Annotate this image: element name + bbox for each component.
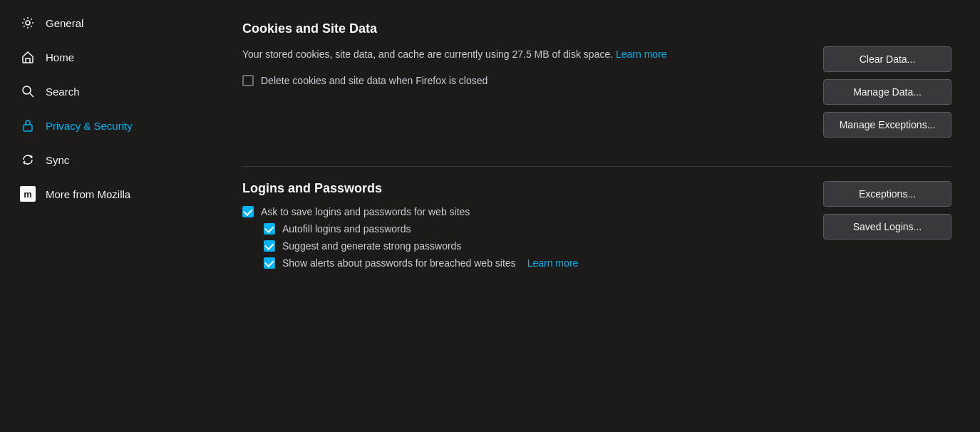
lock-icon (20, 118, 36, 133)
cookies-content-row: Your stored cookies, site data, and cach… (242, 46, 951, 138)
logins-section-title: Logins and Passwords (242, 181, 809, 196)
show-alerts-row[interactable]: Show alerts about passwords for breached… (264, 257, 809, 269)
ask-save-logins-checkbox[interactable] (242, 206, 254, 217)
autofill-logins-label: Autofill logins and passwords (282, 223, 411, 235)
logins-section: Logins and Passwords Ask to save logins … (242, 181, 951, 274)
svg-point-0 (26, 21, 30, 25)
delete-cookies-checkbox[interactable] (242, 75, 254, 86)
manage-data-button[interactable]: Manage Data... (823, 79, 951, 105)
show-alerts-label: Show alerts about passwords for breached… (282, 257, 516, 269)
clear-data-button[interactable]: Clear Data... (823, 46, 951, 72)
manage-exceptions-button[interactable]: Manage Exceptions... (823, 112, 951, 138)
cookies-description-text: Your stored cookies, site data, and cach… (242, 48, 613, 60)
section-divider (242, 166, 951, 167)
suggest-passwords-row[interactable]: Suggest and generate strong passwords (264, 240, 809, 252)
home-icon (20, 49, 36, 65)
autofill-logins-row[interactable]: Autofill logins and passwords (264, 223, 809, 235)
gear-icon (20, 15, 36, 31)
sidebar-item-general[interactable]: General (6, 6, 208, 39)
sidebar-item-sync-label: Sync (46, 154, 69, 166)
sidebar-item-home[interactable]: Home (6, 41, 208, 73)
sidebar: General Home Search Privacy & Se (0, 0, 214, 432)
sidebar-item-home-label: Home (46, 51, 74, 63)
svg-rect-3 (24, 125, 32, 131)
delete-cookies-checkbox-row[interactable]: Delete cookies and site data when Firefo… (242, 75, 809, 86)
logins-buttons: Exceptions... Saved Logins... (823, 181, 951, 240)
main-content: Cookies and Site Data Your stored cookie… (214, 0, 980, 432)
sidebar-item-privacy-security[interactable]: Privacy & Security (6, 109, 208, 142)
show-alerts-checkbox[interactable] (264, 257, 275, 269)
svg-line-2 (30, 93, 33, 97)
logins-content-left: Logins and Passwords Ask to save logins … (242, 181, 809, 274)
suggest-passwords-checkbox[interactable] (264, 240, 275, 252)
mozilla-icon: m (20, 186, 36, 202)
saved-logins-button[interactable]: Saved Logins... (823, 214, 951, 240)
sidebar-item-search[interactable]: Search (6, 75, 208, 108)
cookies-description: Your stored cookies, site data, and cach… (242, 46, 809, 62)
delete-cookies-label: Delete cookies and site data when Firefo… (261, 75, 488, 86)
search-icon (20, 83, 36, 99)
suggest-passwords-label: Suggest and generate strong passwords (282, 240, 461, 252)
sync-icon (20, 152, 36, 168)
sidebar-item-mozilla-label: More from Mozilla (46, 188, 130, 200)
autofill-logins-checkbox[interactable] (264, 223, 275, 235)
ask-save-logins-label: Ask to save logins and passwords for web… (261, 206, 470, 217)
cookies-content-left: Your stored cookies, site data, and cach… (242, 46, 809, 92)
cookies-learn-more-link[interactable]: Learn more (616, 48, 667, 60)
cookies-section-title: Cookies and Site Data (242, 21, 951, 36)
ask-save-logins-row[interactable]: Ask to save logins and passwords for web… (242, 206, 809, 217)
cookies-buttons: Clear Data... Manage Data... Manage Exce… (823, 46, 951, 138)
cookies-section: Cookies and Site Data Your stored cookie… (242, 21, 951, 138)
sidebar-item-sync[interactable]: Sync (6, 143, 208, 176)
sidebar-item-privacy-label: Privacy & Security (46, 120, 133, 132)
sidebar-item-more-mozilla[interactable]: m More from Mozilla (6, 178, 208, 210)
svg-point-1 (23, 86, 31, 94)
exceptions-button[interactable]: Exceptions... (823, 181, 951, 207)
sidebar-item-search-label: Search (46, 86, 80, 98)
logins-content-row: Logins and Passwords Ask to save logins … (242, 181, 951, 274)
sidebar-item-general-label: General (46, 17, 83, 29)
logins-learn-more-link[interactable]: Learn more (527, 257, 579, 269)
